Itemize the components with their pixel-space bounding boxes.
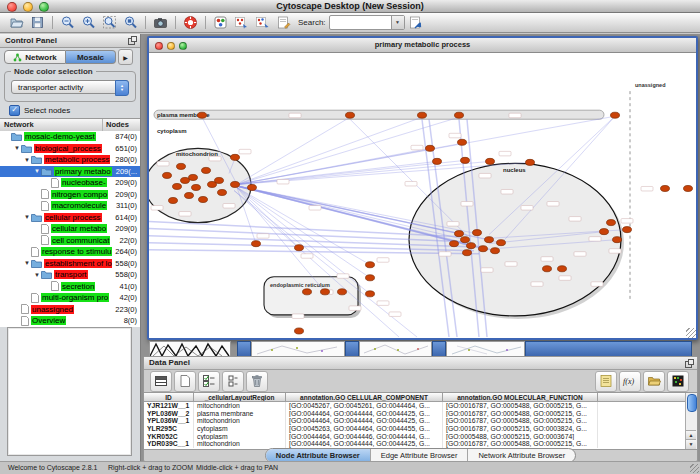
search-settings-button[interactable] bbox=[405, 14, 426, 32]
tree-row[interactable]: mosaic-demo-yeast874(0) bbox=[0, 131, 140, 143]
help-button[interactable] bbox=[180, 14, 201, 32]
tab-overflow-button[interactable]: ▶ bbox=[118, 49, 133, 65]
table-row[interactable]: YPL036W__2plasma membrane[GO:0044464, GO… bbox=[144, 410, 697, 418]
node-color-dropdown[interactable]: transporter activity ▲▼ bbox=[11, 80, 129, 94]
search-input[interactable]: ▼ bbox=[329, 15, 405, 30]
network-node[interactable] bbox=[497, 240, 506, 246]
function-builder-button[interactable]: f(x) bbox=[619, 371, 641, 392]
background-window-fragment[interactable] bbox=[525, 341, 692, 357]
network-node[interactable] bbox=[526, 159, 535, 165]
background-window-fragment[interactable] bbox=[359, 341, 432, 357]
export-image-button[interactable] bbox=[150, 14, 171, 32]
network-node[interactable] bbox=[303, 289, 312, 295]
network-node[interactable] bbox=[199, 197, 208, 203]
network-node[interactable] bbox=[661, 185, 670, 191]
network-node[interactable] bbox=[684, 185, 693, 191]
zoom-selected-button[interactable] bbox=[120, 14, 141, 32]
table-row[interactable]: YPL036W__1mitochondrion[GO:0044464, GO:0… bbox=[144, 417, 697, 425]
column-header[interactable]: annotation.GO CELLULAR_COMPONENT bbox=[286, 393, 443, 402]
network-node[interactable] bbox=[458, 139, 467, 145]
network-node[interactable] bbox=[202, 167, 211, 173]
vizmapper-button[interactable] bbox=[210, 14, 231, 32]
network-node[interactable] bbox=[366, 291, 375, 297]
frame-minimize-button[interactable] bbox=[167, 42, 175, 50]
select-attributes-button[interactable] bbox=[150, 371, 172, 392]
column-header[interactable]: annotation.GO MOLECULAR_FUNCTION bbox=[443, 393, 598, 402]
zoom-in-button[interactable] bbox=[78, 14, 99, 32]
tree-row[interactable]: cellular metabo209(0) bbox=[0, 223, 140, 235]
network-node[interactable] bbox=[177, 163, 186, 169]
network-node[interactable] bbox=[613, 237, 622, 243]
tree-row[interactable]: nucleobase-209(0) bbox=[0, 177, 140, 189]
window-resize-grip[interactable] bbox=[690, 464, 699, 473]
tree-row[interactable]: multi-organism pro42(0) bbox=[0, 292, 140, 304]
float-panel-button[interactable] bbox=[128, 36, 137, 49]
zoom-button[interactable] bbox=[39, 2, 49, 12]
network-node[interactable] bbox=[248, 184, 257, 190]
network-node[interactable] bbox=[455, 112, 464, 118]
network-node[interactable] bbox=[338, 289, 347, 295]
network-node[interactable] bbox=[450, 241, 459, 247]
open-attribute-file-button[interactable] bbox=[643, 371, 665, 392]
network-node[interactable] bbox=[623, 227, 632, 233]
network-view-titlebar[interactable]: primary metabolic process bbox=[149, 38, 696, 53]
network-node[interactable] bbox=[543, 266, 552, 272]
network-node[interactable] bbox=[163, 172, 172, 178]
network-node[interactable] bbox=[611, 112, 620, 118]
network-node[interactable] bbox=[231, 181, 240, 187]
network-node[interactable] bbox=[467, 243, 476, 249]
matrix-view-button[interactable] bbox=[667, 371, 689, 392]
column-header[interactable]: ID bbox=[144, 393, 194, 402]
network-node[interactable] bbox=[192, 184, 201, 190]
close-button[interactable] bbox=[7, 2, 17, 12]
network-node[interactable] bbox=[479, 246, 488, 252]
nodes-column-header[interactable]: Nodes bbox=[103, 119, 140, 131]
tree-row[interactable]: ▼establishment of lo558(0) bbox=[0, 258, 140, 270]
tree-row[interactable]: cell communicat22(0) bbox=[0, 235, 140, 247]
network-node[interactable] bbox=[491, 248, 500, 254]
tab-mosaic[interactable]: Mosaic bbox=[66, 50, 116, 64]
tree-row[interactable]: macromolecule311(0) bbox=[0, 200, 140, 212]
table-row[interactable]: YKR052Ccytoplasm[GO:0044464, GO:0044446,… bbox=[144, 433, 697, 441]
tab-network[interactable]: Network bbox=[4, 50, 66, 64]
network-node[interactable] bbox=[607, 220, 616, 226]
save-session-button[interactable] bbox=[27, 14, 48, 32]
network-node[interactable] bbox=[189, 174, 198, 180]
frame-resize-grip[interactable] bbox=[686, 328, 696, 338]
network-node[interactable] bbox=[231, 154, 240, 160]
network-node[interactable] bbox=[169, 198, 178, 204]
background-window-fragment[interactable] bbox=[446, 341, 525, 357]
network-node[interactable] bbox=[461, 237, 470, 243]
network-node[interactable] bbox=[346, 112, 355, 118]
background-window-fragment[interactable] bbox=[432, 341, 446, 357]
search-dropdown-arrow-icon[interactable]: ▼ bbox=[391, 16, 404, 29]
background-window-fragment[interactable] bbox=[251, 341, 345, 357]
import-attributes-button[interactable] bbox=[595, 371, 617, 392]
network-node[interactable] bbox=[600, 229, 609, 235]
expand-arrow-icon[interactable]: ▼ bbox=[23, 260, 31, 266]
tree-row[interactable]: secretion41(0) bbox=[0, 281, 140, 293]
select-nodes-checkbox[interactable]: ✓ bbox=[9, 105, 20, 116]
network-node[interactable] bbox=[485, 237, 494, 243]
frame-close-button[interactable] bbox=[155, 42, 163, 50]
minimize-button[interactable] bbox=[23, 2, 33, 12]
create-new-attribute-button[interactable] bbox=[174, 371, 196, 392]
network-node[interactable] bbox=[433, 158, 442, 164]
delete-attribute-button[interactable] bbox=[246, 371, 268, 392]
annotation-button[interactable] bbox=[273, 14, 294, 32]
network-node[interactable] bbox=[426, 145, 435, 151]
column-header[interactable] bbox=[598, 393, 686, 402]
scrollbar-thumb[interactable] bbox=[687, 394, 697, 412]
network-node[interactable] bbox=[295, 245, 304, 251]
column-header[interactable]: _cellularLayoutRegion bbox=[194, 393, 286, 402]
open-file-button[interactable] bbox=[6, 14, 27, 32]
network-column-header[interactable]: Network bbox=[0, 119, 103, 131]
attribute-batch-editor-button[interactable] bbox=[198, 371, 220, 392]
tree-row[interactable]: ▼metabolic process280(0) bbox=[0, 154, 140, 166]
network-node[interactable] bbox=[198, 112, 207, 118]
expand-network-button[interactable] bbox=[252, 14, 273, 32]
network-node[interactable] bbox=[181, 177, 190, 183]
dropdown-stepper-icon[interactable]: ▲▼ bbox=[115, 80, 129, 96]
network-node[interactable] bbox=[185, 192, 194, 198]
background-window-fragment[interactable] bbox=[149, 341, 231, 357]
